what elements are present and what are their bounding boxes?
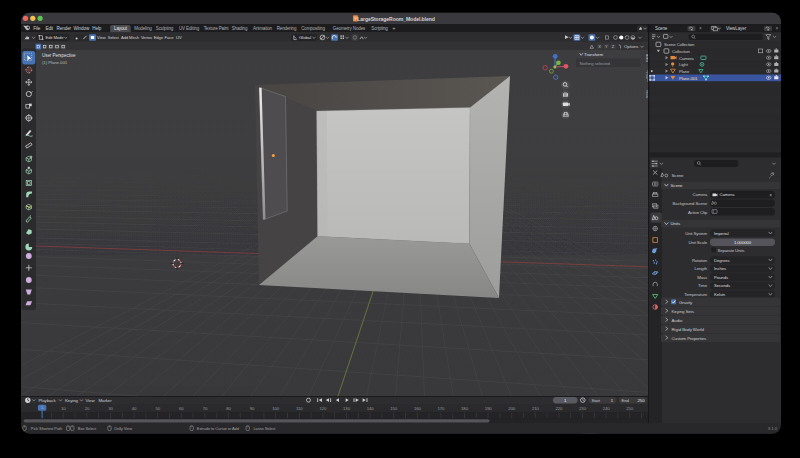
svg-text:Extrude to Cursor or Add: Extrude to Cursor or Add [197, 426, 239, 431]
svg-text:Playback: Playback [39, 398, 57, 403]
svg-text:200: 200 [508, 406, 516, 411]
svg-text:Camera: Camera [679, 56, 694, 61]
svg-text:Add: Add [121, 35, 129, 40]
svg-text:110: 110 [296, 406, 303, 411]
svg-text:Lasso Select: Lasso Select [253, 426, 276, 431]
svg-text:User Perspective: User Perspective [42, 53, 76, 58]
svg-text:Vertex: Vertex [141, 35, 153, 40]
svg-text:140: 140 [367, 406, 375, 411]
svg-text:Light: Light [679, 62, 689, 67]
svg-text:Edit Mode: Edit Mode [46, 35, 65, 40]
svg-text:Audio: Audio [672, 318, 683, 323]
svg-text:230: 230 [579, 406, 587, 411]
svg-text:Custom Properties: Custom Properties [672, 336, 708, 341]
svg-text:Keying Sets: Keying Sets [672, 309, 695, 314]
svg-text:UV Editing: UV Editing [179, 26, 200, 31]
svg-text:Separate Units: Separate Units [718, 248, 745, 253]
svg-text:Compositing: Compositing [301, 26, 325, 31]
svg-text:End: End [622, 398, 630, 403]
svg-text:250: 250 [626, 406, 634, 411]
svg-text:Geometry Nodes: Geometry Nodes [333, 26, 366, 31]
svg-text:View: View [86, 398, 96, 403]
svg-text:Edit: Edit [46, 26, 54, 31]
svg-text:Scripting: Scripting [371, 26, 388, 31]
svg-text:Time: Time [698, 283, 708, 288]
svg-text:Nothing selected: Nothing selected [580, 61, 611, 66]
svg-text:ViewLayer: ViewLayer [726, 26, 747, 31]
svg-text:Active Clip: Active Clip [688, 210, 708, 215]
svg-text:Edge: Edge [154, 35, 164, 40]
svg-text:Window: Window [73, 26, 90, 31]
svg-text:90: 90 [250, 406, 255, 411]
svg-text:Scene: Scene [672, 173, 685, 178]
svg-text:160: 160 [414, 406, 422, 411]
svg-text:Face: Face [165, 35, 175, 40]
svg-text:Camera: Camera [720, 192, 735, 197]
svg-text:250: 250 [638, 398, 646, 403]
svg-text:Temperature: Temperature [684, 292, 708, 297]
svg-text:Collection: Collection [672, 49, 690, 54]
svg-text:Dolly View: Dolly View [114, 426, 132, 431]
svg-text:Kelvin: Kelvin [714, 292, 726, 297]
svg-text:Unit System: Unit System [685, 231, 707, 236]
svg-text:(1) Plane.001: (1) Plane.001 [42, 60, 68, 65]
svg-text:Scene: Scene [671, 183, 684, 188]
svg-text:3.1.0: 3.1.0 [768, 426, 778, 431]
svg-text:View: View [97, 35, 107, 40]
svg-text:Modeling: Modeling [134, 26, 152, 31]
svg-text:Unit Scale: Unit Scale [689, 240, 708, 245]
svg-text:Start: Start [592, 398, 601, 403]
svg-text:Render: Render [57, 26, 72, 31]
svg-text:Gravity: Gravity [679, 300, 693, 305]
svg-text:Inches: Inches [714, 266, 726, 271]
svg-text:Seconds: Seconds [714, 283, 730, 288]
svg-text:50: 50 [155, 406, 160, 411]
svg-text:10: 10 [61, 406, 66, 411]
svg-text:Rendering: Rendering [277, 26, 297, 31]
svg-text:Scene: Scene [655, 26, 668, 31]
svg-text:Background Scene: Background Scene [673, 201, 708, 206]
svg-text:X: X [598, 44, 601, 49]
svg-text:Pick Shortest Path: Pick Shortest Path [31, 426, 62, 431]
svg-text:80: 80 [226, 406, 231, 411]
svg-text:Help: Help [92, 26, 102, 31]
svg-text:220: 220 [555, 406, 563, 411]
svg-text:Camera: Camera [692, 192, 707, 197]
svg-text:×: × [776, 26, 779, 31]
svg-text:20: 20 [85, 406, 90, 411]
svg-text:Mass: Mass [697, 275, 707, 280]
svg-text:Imperial: Imperial [714, 231, 729, 236]
svg-text:Plane.001: Plane.001 [679, 76, 698, 81]
svg-text:Rigid Body World: Rigid Body World [672, 327, 705, 332]
svg-text:Y: Y [605, 44, 608, 49]
svg-text:LargeStorageRoom_Model.blend: LargeStorageRoom_Model.blend [357, 16, 435, 22]
svg-text:150: 150 [390, 406, 398, 411]
svg-text:Animation: Animation [253, 26, 273, 31]
svg-text:Options: Options [624, 44, 639, 49]
svg-text:Box Select: Box Select [78, 426, 97, 431]
svg-text:Marker: Marker [99, 398, 113, 403]
svg-text:70: 70 [203, 406, 208, 411]
svg-text:Rotation: Rotation [692, 258, 708, 263]
svg-text:180: 180 [461, 406, 469, 411]
svg-text:×: × [699, 26, 702, 31]
svg-text:Mesh: Mesh [129, 35, 140, 40]
svg-text:Texture Paint: Texture Paint [204, 26, 230, 31]
svg-text:Keying: Keying [65, 398, 78, 403]
svg-text:UV: UV [176, 35, 182, 40]
svg-text:Layout: Layout [114, 26, 128, 31]
svg-text:240: 240 [603, 406, 611, 411]
svg-text:Pounds: Pounds [714, 275, 728, 280]
svg-text:190: 190 [485, 406, 493, 411]
svg-text:Plane: Plane [679, 69, 690, 74]
svg-text:Global: Global [299, 35, 311, 40]
svg-text:130: 130 [343, 406, 351, 411]
svg-text:100: 100 [272, 406, 280, 411]
svg-text:File: File [33, 26, 41, 31]
svg-text:40: 40 [132, 406, 137, 411]
svg-text:Units: Units [671, 221, 681, 226]
svg-text:Sculpting: Sculpting [156, 26, 174, 31]
svg-text:Shading: Shading [232, 26, 248, 31]
svg-text:Degrees: Degrees [714, 258, 730, 263]
svg-text:×: × [769, 193, 772, 198]
